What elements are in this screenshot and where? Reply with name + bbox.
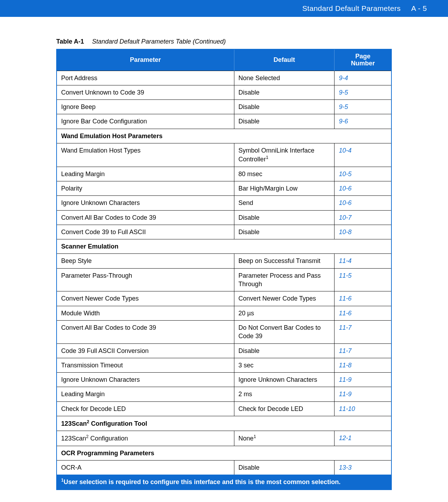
table-row: Convert All Bar Codes to Code 39Disable1… [57, 210, 391, 225]
col-header-parameter: Parameter [57, 49, 234, 71]
page-link[interactable]: 11-9 [339, 376, 351, 383]
default-cell: Disable [234, 460, 335, 475]
page-link[interactable]: 11-6 [339, 310, 351, 317]
col-header-default: Default [234, 49, 335, 71]
table-row: Leading Margin2 ms11-9 [57, 387, 391, 401]
page-link[interactable]: 10-6 [339, 199, 351, 206]
page-link[interactable]: 10-7 [339, 214, 351, 221]
param-cell: Code 39 Full ASCII Conversion [57, 343, 234, 358]
page-header: Standard Default Parameters A - 5 [0, 0, 448, 17]
default-cell: Beep on Successful Transmit [234, 254, 335, 268]
page-link[interactable]: 10-8 [339, 229, 351, 236]
param-cell: Convert Newer Code Types [57, 291, 234, 306]
section-header-cell: 123Scan2 Configuration Tool [57, 416, 391, 431]
default-cell: Parameter Process and Pass Through [234, 268, 335, 291]
table-row: Port AddressNone Selected9-4 [57, 71, 391, 85]
section-header-cell: Scanner Emulation [57, 239, 391, 254]
page-link[interactable]: 9-4 [339, 75, 348, 82]
table-row: Ignore Bar Code ConfigurationDisable9-6 [57, 114, 391, 129]
param-cell: Transmission Timeout [57, 358, 234, 372]
page-link[interactable]: 11-5 [339, 272, 351, 279]
default-cell: Ignore Unknown Characters [234, 373, 335, 387]
param-cell: Parameter Pass-Through [57, 268, 234, 291]
page-cell: 11-7 [335, 343, 391, 358]
page-link[interactable]: 12-1 [339, 435, 351, 442]
page-cell: 9-4 [335, 71, 391, 85]
default-cell: None Selected [234, 71, 335, 85]
table-row: Module Width20 µs11-6 [57, 306, 391, 320]
param-cell: Leading Margin [57, 387, 234, 401]
page-link[interactable]: 9-5 [339, 89, 348, 96]
table-row: Parameter Pass-ThroughParameter Process … [57, 268, 391, 291]
param-cell: Ignore Unknown Characters [57, 196, 234, 210]
page-cell: 12-1 [335, 431, 391, 446]
page-cell: 11-4 [335, 254, 391, 268]
page-cell: 11-9 [335, 387, 391, 401]
table-row: Wand Emulation Host Parameters [57, 129, 391, 143]
table-row: Wand Emulation Host TypesSymbol OmniLink… [57, 143, 391, 167]
table-row: Convert Unknown to Code 39Disable9-5 [57, 85, 391, 99]
page-link[interactable]: 9-5 [339, 103, 348, 110]
param-cell: Polarity [57, 181, 234, 195]
page-link[interactable]: 11-10 [339, 405, 355, 412]
page-cell: 11-9 [335, 373, 391, 387]
default-cell: Bar High/Margin Low [234, 181, 335, 195]
page-link[interactable]: 11-8 [339, 362, 351, 369]
page-cell: 11-10 [335, 401, 391, 416]
param-cell: Port Address [57, 71, 234, 85]
page-link[interactable]: 11-4 [339, 257, 351, 264]
default-cell: None1 [234, 431, 335, 446]
page-link[interactable]: 10-4 [339, 147, 351, 154]
param-cell: Convert All Bar Codes to Code 39 [57, 320, 234, 343]
default-cell: Disable [234, 225, 335, 239]
page-cell: 9-5 [335, 100, 391, 114]
param-cell: Convert Code 39 to Full ASCII [57, 225, 234, 239]
page-link[interactable]: 10-6 [339, 185, 351, 192]
table-caption: Table A-1 Standard Default Parameters Ta… [56, 38, 392, 45]
table-header-row: Parameter Default Page Number [57, 49, 391, 71]
default-cell: Do Not Convert Bar Codes to Code 39 [234, 320, 335, 343]
page-link[interactable]: 10-5 [339, 170, 351, 178]
table-row: Code 39 Full ASCII ConversionDisable11-7 [57, 343, 391, 358]
table-row: PolarityBar High/Margin Low10-6 [57, 181, 391, 195]
footnote-row: 1User selection is required to configure… [57, 475, 391, 489]
table-row: OCR Programming Parameters [57, 446, 391, 460]
page-link[interactable]: 9-6 [339, 118, 348, 125]
table-row: OCR-ADisable13-3 [57, 460, 391, 475]
section-header-cell: Wand Emulation Host Parameters [57, 129, 391, 143]
section-header-cell: OCR Programming Parameters [57, 446, 391, 460]
default-cell: Disable [234, 210, 335, 225]
page-link[interactable]: 11-6 [339, 295, 351, 302]
page-link[interactable]: 11-7 [339, 347, 351, 354]
table-row: Ignore BeepDisable9-5 [57, 100, 391, 114]
table-row: Check for Decode LEDCheck for Decode LED… [57, 401, 391, 416]
param-cell: Module Width [57, 306, 234, 320]
page-cell: 11-5 [335, 268, 391, 291]
col-header-page: Page Number [335, 49, 391, 71]
table-row: Convert Code 39 to Full ASCIIDisable10-8 [57, 225, 391, 239]
default-cell: 3 sec [234, 358, 335, 372]
table-title: Standard Default Parameters Table (Conti… [92, 38, 226, 45]
page-link[interactable]: 11-7 [339, 324, 351, 331]
table-row: Ignore Unknown CharactersSend10-6 [57, 196, 391, 210]
param-cell: Convert All Bar Codes to Code 39 [57, 210, 234, 225]
page-cell: 10-7 [335, 210, 391, 225]
table-row: Scanner Emulation [57, 239, 391, 254]
default-cell: Check for Decode LED [234, 401, 335, 416]
param-cell: Convert Unknown to Code 39 [57, 85, 234, 99]
default-cell: Disable [234, 85, 335, 99]
page-link[interactable]: 11-9 [339, 391, 351, 398]
param-cell: Check for Decode LED [57, 401, 234, 416]
param-cell: Wand Emulation Host Types [57, 143, 234, 167]
default-cell: 80 msec [234, 167, 335, 181]
param-cell: Beep Style [57, 254, 234, 268]
header-section-title: Standard Default Parameters [302, 4, 401, 13]
content-area: Table A-1 Standard Default Parameters Ta… [0, 17, 448, 502]
page-cell: 10-6 [335, 181, 391, 195]
page-link[interactable]: 13-3 [339, 464, 351, 471]
page-cell: 11-6 [335, 306, 391, 320]
page-cell: 9-6 [335, 114, 391, 129]
param-cell: Ignore Bar Code Configuration [57, 114, 234, 129]
parameters-table: Parameter Default Page Number Port Addre… [56, 49, 392, 490]
param-cell: 123Scan2 Configuration [57, 431, 234, 446]
